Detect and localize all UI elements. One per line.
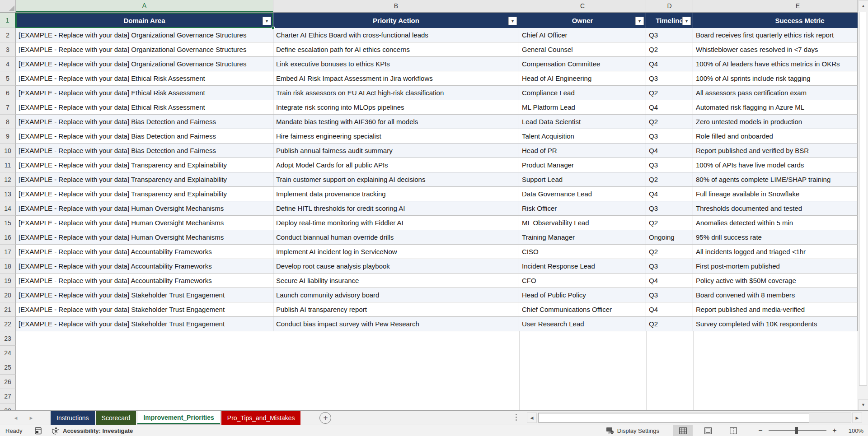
row-header-10[interactable]: 10 <box>0 144 16 158</box>
cell-d17[interactable]: Q2 <box>646 245 693 259</box>
cell-a6[interactable]: [EXAMPLE - Replace with your data] Ethic… <box>16 86 273 100</box>
display-settings-button[interactable]: Display Settings <box>606 427 659 434</box>
cell-a7[interactable]: [EXAMPLE - Replace with your data] Ethic… <box>16 100 273 115</box>
row-header-24[interactable]: 24 <box>0 346 16 360</box>
cell-b11[interactable]: Adopt Model Cards for all public APIs <box>273 158 519 172</box>
sheet-tab-pro_tips_and_mistakes[interactable]: Pro_Tips_and_Mistakes <box>221 411 301 425</box>
horizontal-scroll-thumb[interactable] <box>538 413 809 422</box>
row-header-4[interactable]: 4 <box>0 57 16 71</box>
cell-e10[interactable]: Report published and verified by BSR <box>693 144 858 158</box>
header-cell-c1[interactable]: Owner▾ <box>519 13 646 28</box>
cell-e22[interactable]: Survey completed with 10K respondents <box>693 317 858 331</box>
scroll-up-button[interactable]: ▲ <box>858 0 868 11</box>
cell-c5[interactable]: Head of AI Engineering <box>519 71 646 86</box>
row-header-21[interactable]: 21 <box>0 302 16 317</box>
cell-a3[interactable]: [EXAMPLE - Replace with your data] Organ… <box>16 42 273 57</box>
cell-b15[interactable]: Deploy real-time monitoring with Fiddler… <box>273 216 519 230</box>
cell-e17[interactable]: All incidents logged and triaged <1hr <box>693 245 858 259</box>
empty-cells-area[interactable] <box>16 375 858 389</box>
page-break-view-button[interactable] <box>723 425 743 436</box>
scroll-down-button[interactable]: ▼ <box>858 399 868 410</box>
accessibility-status[interactable]: Accessibility: Investigate <box>52 427 133 435</box>
header-cell-d1[interactable]: Timeline▾ <box>646 13 693 28</box>
cell-d14[interactable]: Q3 <box>646 201 693 216</box>
sheet-tab-instructions[interactable]: Instructions <box>51 411 95 425</box>
hscroll-right-button[interactable]: ▶ <box>852 413 862 423</box>
tab-scroll-splitter[interactable] <box>516 414 517 421</box>
cell-e20[interactable]: Board convened with 8 members <box>693 288 858 302</box>
add-sheet-button[interactable]: + <box>319 412 331 424</box>
empty-cells-area[interactable] <box>16 360 858 375</box>
page-layout-view-button[interactable] <box>698 425 718 436</box>
row-header-7[interactable]: 7 <box>0 100 16 115</box>
cell-a4[interactable]: [EXAMPLE - Replace with your data] Organ… <box>16 57 273 71</box>
selection-fill-handle[interactable] <box>272 27 275 30</box>
cell-b20[interactable]: Launch community advisory board <box>273 288 519 302</box>
cell-c13[interactable]: Data Governance Lead <box>519 187 646 201</box>
row-header-5[interactable]: 5 <box>0 71 16 86</box>
cell-b14[interactable]: Define HITL thresholds for credit scorin… <box>273 201 519 216</box>
cell-c9[interactable]: Talent Acquisition <box>519 129 646 144</box>
cell-d7[interactable]: Q4 <box>646 100 693 115</box>
row-header-23[interactable]: 23 <box>0 331 16 346</box>
column-header-d[interactable]: D <box>646 0 693 12</box>
row-header-1[interactable]: 1 <box>0 13 16 28</box>
cell-e3[interactable]: Whistleblower cases resolved in <7 days <box>693 42 858 57</box>
cell-e15[interactable]: Anomalies detected within 5 min <box>693 216 858 230</box>
cell-d4[interactable]: Q4 <box>646 57 693 71</box>
cell-b19[interactable]: Secure AI liability insurance <box>273 274 519 288</box>
cell-a20[interactable]: [EXAMPLE - Replace with your data] Stake… <box>16 288 273 302</box>
cell-b6[interactable]: Train risk assessors on EU AI Act high-r… <box>273 86 519 100</box>
zoom-out-button[interactable]: − <box>756 427 765 435</box>
cell-c16[interactable]: Training Manager <box>519 230 646 245</box>
cell-c2[interactable]: Chief AI Officer <box>519 28 646 42</box>
cell-b18[interactable]: Develop root cause analysis playbook <box>273 259 519 274</box>
filter-button-a[interactable]: ▾ <box>263 17 271 25</box>
cell-b2[interactable]: Charter AI Ethics Board with cross-funct… <box>273 28 519 42</box>
row-header-15[interactable]: 15 <box>0 216 16 230</box>
empty-cells-area[interactable] <box>16 404 858 410</box>
record-macro-icon[interactable] <box>34 427 42 435</box>
cell-b3[interactable]: Define escalation path for AI ethics con… <box>273 42 519 57</box>
zoom-slider[interactable] <box>769 430 826 431</box>
filter-button-b[interactable]: ▾ <box>508 17 517 25</box>
cell-e9[interactable]: Role filled and onboarded <box>693 129 858 144</box>
cell-d18[interactable]: Q3 <box>646 259 693 274</box>
cell-a13[interactable]: [EXAMPLE - Replace with your data] Trans… <box>16 187 273 201</box>
zoom-slider-handle[interactable] <box>795 427 798 434</box>
row-header-25[interactable]: 25 <box>0 360 16 375</box>
cell-c21[interactable]: Chief Communications Officer <box>519 302 646 317</box>
cell-c14[interactable]: Risk Officer <box>519 201 646 216</box>
cell-d2[interactable]: Q3 <box>646 28 693 42</box>
cell-a14[interactable]: [EXAMPLE - Replace with your data] Human… <box>16 201 273 216</box>
cell-c6[interactable]: Compliance Lead <box>519 86 646 100</box>
zoom-percent-label[interactable]: 100% <box>843 427 863 434</box>
cell-c15[interactable]: ML Observability Lead <box>519 216 646 230</box>
header-cell-b1[interactable]: Priority Action▾ <box>273 13 519 28</box>
hscroll-left-button[interactable]: ◀ <box>527 413 537 423</box>
cell-b8[interactable]: Mandate bias testing with AIF360 for all… <box>273 115 519 129</box>
cell-e12[interactable]: 80% of agents complete LIME/SHAP trainin… <box>693 172 858 187</box>
cell-d3[interactable]: Q2 <box>646 42 693 57</box>
cell-a19[interactable]: [EXAMPLE - Replace with your data] Accou… <box>16 274 273 288</box>
cell-c7[interactable]: ML Platform Lead <box>519 100 646 115</box>
cell-d5[interactable]: Q3 <box>646 71 693 86</box>
row-header-19[interactable]: 19 <box>0 274 16 288</box>
row-header-12[interactable]: 12 <box>0 172 16 187</box>
cell-a22[interactable]: [EXAMPLE - Replace with your data] Stake… <box>16 317 273 331</box>
cell-a10[interactable]: [EXAMPLE - Replace with your data] Bias … <box>16 144 273 158</box>
cell-d11[interactable]: Q3 <box>646 158 693 172</box>
cell-c20[interactable]: Head of Public Policy <box>519 288 646 302</box>
select-all-button[interactable] <box>0 0 16 12</box>
normal-view-button[interactable] <box>673 425 693 436</box>
empty-cells-area[interactable] <box>16 389 858 404</box>
row-header-8[interactable]: 8 <box>0 115 16 129</box>
cell-b4[interactable]: Link executive bonuses to ethics KPIs <box>273 57 519 71</box>
row-header-28[interactable]: 28 <box>0 404 16 410</box>
row-header-26[interactable]: 26 <box>0 375 16 389</box>
cell-d6[interactable]: Q2 <box>646 86 693 100</box>
sheet-tab-improvement_priorities[interactable]: Improvement_Priorities <box>137 411 220 425</box>
cell-c10[interactable]: Head of PR <box>519 144 646 158</box>
empty-cells-area[interactable] <box>16 331 858 346</box>
cell-c11[interactable]: Product Manager <box>519 158 646 172</box>
